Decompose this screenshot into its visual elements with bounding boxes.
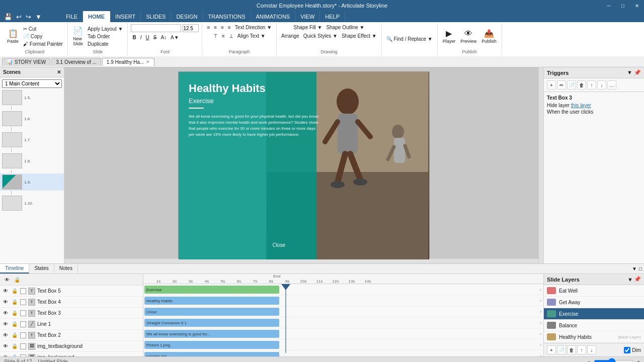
timeline-bar-close[interactable]: Close	[144, 308, 279, 316]
scene-selector[interactable]: 1 Main Content	[2, 79, 62, 88]
slide-thumb-19[interactable]: 1.9.	[0, 173, 64, 191]
align-left-button[interactable]: ≡	[205, 24, 211, 31]
tab-order-button[interactable]: Tab Order	[86, 33, 125, 40]
ribbon-tab-design[interactable]: DESIGN	[171, 11, 203, 22]
layer-up-button[interactable]: ↑	[577, 345, 586, 354]
trigger-up-button[interactable]: ↑	[587, 80, 596, 89]
slide-thumb-15[interactable]: 1.5.	[0, 89, 64, 106]
expand-arrow-3[interactable]: ›	[540, 309, 541, 314]
ribbon-tab-transitions[interactable]: TRANSITIONS	[203, 11, 251, 22]
trigger-layer-link[interactable]: this layer	[571, 103, 591, 108]
find-replace-button[interactable]: 🔍 Find / Replace ▼	[385, 36, 434, 42]
bold-button[interactable]: B	[131, 34, 137, 41]
track-check-line1[interactable]	[20, 321, 26, 327]
trigger-delete-button[interactable]: 🗑	[577, 80, 586, 89]
ribbon-tab-view[interactable]: VIEW	[295, 11, 320, 22]
track-eye-textbox4[interactable]: 👁	[2, 299, 9, 306]
track-eye-textbox5[interactable]: 👁	[2, 288, 9, 295]
eye-all-button[interactable]: 👁	[3, 276, 11, 284]
tab-states[interactable]: States	[29, 264, 54, 274]
ribbon-tab-insert[interactable]: INSERT	[110, 11, 141, 22]
layers-pin-icon[interactable]: 📌	[634, 276, 641, 283]
expand-arrow-2[interactable]: ›	[540, 331, 541, 336]
trigger-copy-button[interactable]: 📄	[567, 80, 576, 89]
tab-healthy-habits[interactable]: 1.9 Healthy Ha... ✕	[102, 58, 154, 66]
align-top-button[interactable]: ⊤	[212, 33, 219, 39]
minimize-button[interactable]: ─	[602, 0, 616, 11]
zoom-in-button[interactable]: +	[637, 359, 640, 362]
underline-button[interactable]: U	[144, 34, 150, 41]
font-family-input[interactable]	[131, 24, 181, 32]
expand-arrow-5[interactable]: ›	[540, 287, 541, 292]
zoom-out-button[interactable]: −	[588, 359, 591, 362]
timeline-bar-exercise[interactable]: Exercise	[144, 286, 279, 294]
slide-thumb-18[interactable]: 1.8.	[0, 152, 64, 169]
layer-delete-button[interactable]: 🗑	[567, 345, 576, 354]
layer-row-getaway[interactable]: Get Away	[544, 297, 644, 308]
trigger-edit-button[interactable]: ✏	[557, 80, 566, 89]
track-eye-textbox2[interactable]: 👁	[2, 332, 9, 339]
track-check-textbox2[interactable]	[20, 332, 26, 338]
track-lock-textbox5[interactable]: 🔒	[11, 288, 18, 295]
bottom-panel-expand-icon[interactable]: □	[639, 266, 642, 272]
track-check-imgbg[interactable]	[20, 354, 26, 357]
canvas-scrollbar-v[interactable]	[538, 67, 543, 263]
close-button[interactable]: Close	[267, 241, 290, 249]
font-color-button[interactable]: A▼	[169, 34, 181, 41]
align-text-button[interactable]: Align Text ▼	[236, 33, 267, 39]
ribbon-tab-home[interactable]: HOME	[83, 11, 110, 22]
undo-qat-button[interactable]: ↩	[15, 13, 23, 21]
layer-down-button[interactable]: ↓	[587, 345, 596, 354]
arrange-button[interactable]: Arrange	[280, 33, 301, 39]
new-slide-button[interactable]: 📄 NewSlide	[71, 25, 85, 47]
align-bottom-button[interactable]: ⊥	[227, 33, 235, 39]
zoom-slider[interactable]	[594, 358, 634, 363]
tab-close-icon[interactable]: ✕	[146, 59, 150, 64]
expand-arrow-line1[interactable]: ›	[540, 320, 541, 325]
timeline-bar-picture[interactable]: Picture 1.png	[144, 341, 279, 349]
track-check-textbox4[interactable]	[20, 299, 26, 305]
tab-story-view[interactable]: 📊 STORY VIEW	[2, 58, 50, 66]
format-painter-button[interactable]: 🖌 Format Painter	[22, 41, 64, 47]
publish-button[interactable]: 📤 Publish	[479, 28, 499, 44]
strikethrough-button[interactable]: S	[152, 34, 158, 41]
track-eye-imgbg[interactable]: 👁	[2, 354, 9, 357]
expand-arrow-imgbg[interactable]: ›	[540, 353, 541, 356]
preview-button[interactable]: 👁 Preview	[458, 28, 478, 44]
player-button[interactable]: ▶ Player	[441, 28, 458, 44]
redo-qat-button[interactable]: ↪	[25, 13, 32, 21]
timeline-bar-runners[interactable]: runners.jpg	[144, 352, 279, 356]
trigger-down-button[interactable]: ↓	[597, 80, 606, 89]
tab-timeline[interactable]: Timeline	[0, 264, 29, 274]
trigger-more-button[interactable]: …	[607, 80, 616, 89]
shape-effect-button[interactable]: Shape Effect ▼	[340, 33, 378, 39]
triggers-pin-icon[interactable]: 📌	[634, 69, 641, 76]
track-check-imgtextbg[interactable]	[20, 343, 26, 349]
triggers-collapse-icon[interactable]: ▼	[627, 69, 632, 76]
track-eye-line1[interactable]: 👁	[2, 321, 9, 328]
timeline-bar-bodytext[interactable]: We all know exercising is good for...	[144, 330, 279, 338]
track-eye-textbox3[interactable]: 👁	[2, 310, 9, 317]
shape-fill-button[interactable]: Shape Fill ▼	[292, 24, 324, 31]
paste-button[interactable]: 📋 Paste	[5, 28, 21, 44]
duplicate-button[interactable]: Duplicate	[86, 41, 125, 47]
save-qat-button[interactable]: 💾	[3, 13, 13, 21]
layer-copy-button[interactable]: 📄	[557, 345, 566, 354]
align-middle-button[interactable]: ≡	[220, 33, 226, 39]
timeline-bar-connector[interactable]: Straight Connector 6 1	[144, 319, 279, 327]
canvas-scrollbar-h[interactable]	[64, 258, 538, 263]
track-lock-textbox2[interactable]: 🔒	[11, 332, 18, 339]
ribbon-tab-slides[interactable]: SLIDES	[141, 11, 171, 22]
align-center-button[interactable]: ≡	[212, 24, 218, 31]
align-right-button[interactable]: ≡	[219, 24, 225, 31]
slide-thumb-17[interactable]: 1.7.	[0, 131, 64, 148]
layer-add-button[interactable]: +	[547, 345, 556, 354]
bottom-panel-collapse-icon[interactable]: ▼	[632, 266, 637, 272]
dim-checkbox[interactable]	[624, 347, 630, 353]
timeline-bar-healthyhabits[interactable]: Healthy Habits	[144, 297, 279, 305]
track-eye-imgtextbg[interactable]: 👁	[2, 343, 9, 350]
slide-thumb-110[interactable]: 1.10.	[0, 195, 64, 212]
tab-notes[interactable]: Notes	[54, 264, 78, 274]
track-check-textbox3[interactable]	[20, 310, 26, 316]
qat-dropdown-button[interactable]: ▼	[34, 13, 43, 21]
